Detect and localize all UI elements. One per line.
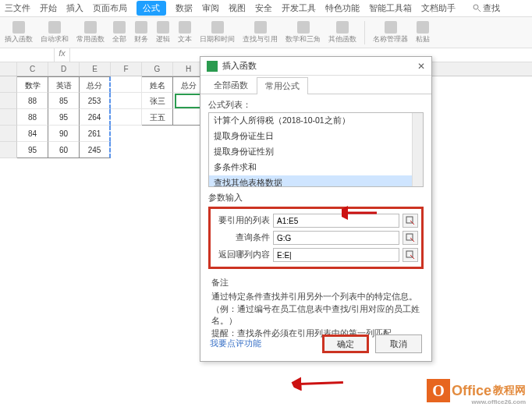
cell-D3[interactable]: 95 <box>48 109 80 126</box>
menu-smart[interactable]: 智能工具箱 <box>369 2 412 14</box>
cell-E3[interactable]: 264 <box>80 109 111 126</box>
money-icon <box>135 21 147 34</box>
list-item-selected[interactable]: 查找其他表格数据 <box>209 175 423 187</box>
list-item[interactable]: 计算个人所得税（2018-10-01之前） <box>209 113 423 129</box>
col-D[interactable]: D <box>48 62 80 76</box>
tab-common-formula[interactable]: 常用公式 <box>257 77 308 94</box>
list-item[interactable]: 多条件求和 <box>209 160 423 175</box>
text-icon <box>179 21 191 34</box>
cancel-button[interactable]: 取消 <box>375 334 422 353</box>
cell-C4[interactable]: 84 <box>17 126 48 142</box>
cell-F2[interactable] <box>111 93 142 109</box>
ok-button[interactable]: 确定 <box>322 334 369 353</box>
menu-search[interactable]: 查找 <box>473 2 500 14</box>
grid-icon <box>113 21 126 34</box>
menu-security[interactable]: 安全 <box>255 2 272 14</box>
cell-C5[interactable]: 95 <box>17 142 48 158</box>
ribbon-date[interactable]: 日期和时间 <box>200 21 235 44</box>
row-hdr[interactable] <box>0 142 17 158</box>
logo-url: www.office26.com <box>472 398 527 405</box>
math-icon <box>297 21 310 34</box>
close-button[interactable]: ✕ <box>417 61 425 72</box>
cell-G2[interactable]: 张三 <box>142 93 173 109</box>
row-hdr[interactable] <box>0 109 17 126</box>
logo-suffix: 教程网 <box>493 384 526 398</box>
ribbon-text[interactable]: 文本 <box>178 21 192 44</box>
menu-review[interactable]: 审阅 <box>202 2 219 14</box>
cell-D4[interactable]: 90 <box>48 126 80 142</box>
menu-bar: 三文件 开始 插入 页面布局 公式 数据 审阅 视图 安全 开发工具 特色功能 … <box>0 0 532 17</box>
menu-layout[interactable]: 页面布局 <box>93 2 127 14</box>
col-F[interactable]: F <box>111 62 142 76</box>
cell-E4[interactable]: 261 <box>80 126 111 142</box>
menu-insert[interactable]: 插入 <box>66 2 83 14</box>
col-C[interactable]: C <box>17 62 48 76</box>
cell-F3[interactable] <box>111 109 142 126</box>
row-hdr[interactable] <box>0 76 17 93</box>
cell-C3[interactable]: 88 <box>17 109 48 126</box>
menu-data[interactable]: 数据 <box>176 2 193 14</box>
menu-formula[interactable]: 公式 <box>137 1 166 16</box>
row-hdr[interactable] <box>0 126 17 142</box>
name-box[interactable] <box>0 48 55 62</box>
ribbon-all[interactable]: 全部 <box>112 21 126 44</box>
col-E[interactable]: E <box>80 62 111 76</box>
sigma-icon <box>48 21 61 34</box>
fx-icon <box>12 21 25 34</box>
cell-E1[interactable]: 总分 <box>80 76 111 93</box>
ribbon-lookup[interactable]: 查找与引用 <box>243 21 278 44</box>
cell-F1[interactable] <box>111 76 142 93</box>
logo-brand: Office <box>452 383 491 399</box>
row-hdr[interactable] <box>0 93 17 109</box>
ribbon-math[interactable]: 数学和三角 <box>286 21 321 44</box>
param-input-ret[interactable] <box>273 248 399 262</box>
range-icon <box>406 250 415 260</box>
watermark-logo: O Office 教程网 www.office26.com <box>427 379 526 402</box>
ribbon-other[interactable]: 其他函数 <box>328 21 356 44</box>
menu-file[interactable]: 三文件 <box>5 2 30 14</box>
ribbon-common[interactable]: 常用函数 <box>76 21 105 44</box>
dialog-note: 备注 通过特定条件查找并引用另外一个列表中的特定信息。 （例：通过编号在员工信息… <box>211 277 420 340</box>
logic-icon <box>157 21 169 34</box>
ribbon-name-mgr[interactable]: 名称管理器 <box>373 21 408 44</box>
cell-G3[interactable]: 王五 <box>142 109 173 126</box>
star-icon <box>84 21 97 34</box>
ribbon-insert-fn[interactable]: 插入函数 <box>5 21 33 44</box>
scrollbar[interactable] <box>412 113 423 186</box>
param-label-cond: 查询条件 <box>214 232 270 243</box>
menu-special[interactable]: 特色功能 <box>325 2 360 14</box>
cell-D1[interactable]: 英语 <box>48 76 80 93</box>
ribbon-autosum[interactable]: 自动求和 <box>41 21 69 44</box>
ribbon-finance[interactable]: 财务 <box>134 21 148 44</box>
param-input-cond[interactable] <box>273 231 399 245</box>
range-select-button[interactable] <box>403 248 418 262</box>
ribbon-paste[interactable]: 粘贴 <box>416 21 430 44</box>
svg-line-1 <box>478 9 481 12</box>
list-item[interactable]: 提取身份证生日 <box>209 129 423 144</box>
list-item[interactable]: 提取身份证性别 <box>209 144 423 160</box>
menu-doc[interactable]: 文档助手 <box>421 2 456 14</box>
range-select-button[interactable] <box>403 231 418 245</box>
feedback-link[interactable]: 我要点评功能 <box>210 338 261 349</box>
col-G[interactable]: G <box>142 62 173 76</box>
fx-label: fx <box>55 48 70 62</box>
formula-list[interactable]: 计算个人所得税（2018-10-01之前） 提取身份证生日 提取身份证性别 多条… <box>208 112 424 187</box>
dialog-titlebar: 插入函数 ✕ <box>200 57 431 76</box>
tab-all-fn[interactable]: 全部函数 <box>205 76 257 94</box>
cell-C1[interactable]: 数学 <box>17 76 48 93</box>
cell-C2[interactable]: 88 <box>17 93 48 109</box>
corner-cell[interactable] <box>0 62 17 76</box>
menu-dev[interactable]: 开发工具 <box>282 2 316 14</box>
cell-E2[interactable]: 253 <box>80 93 111 109</box>
range-select-button[interactable] <box>403 214 418 228</box>
insert-function-dialog: 插入函数 ✕ 全部函数 常用公式 公式列表： 计算个人所得税（2018-10-0… <box>200 56 432 362</box>
app-icon <box>207 61 218 72</box>
more-icon <box>336 21 349 34</box>
cell-E5[interactable]: 245 <box>80 142 111 158</box>
cell-D5[interactable]: 60 <box>48 142 80 158</box>
cell-D2[interactable]: 85 <box>48 93 80 109</box>
ribbon-logic[interactable]: 逻辑 <box>156 21 170 44</box>
menu-start[interactable]: 开始 <box>40 2 57 14</box>
cell-G1[interactable]: 姓名 <box>142 76 173 93</box>
menu-view[interactable]: 视图 <box>229 2 246 14</box>
